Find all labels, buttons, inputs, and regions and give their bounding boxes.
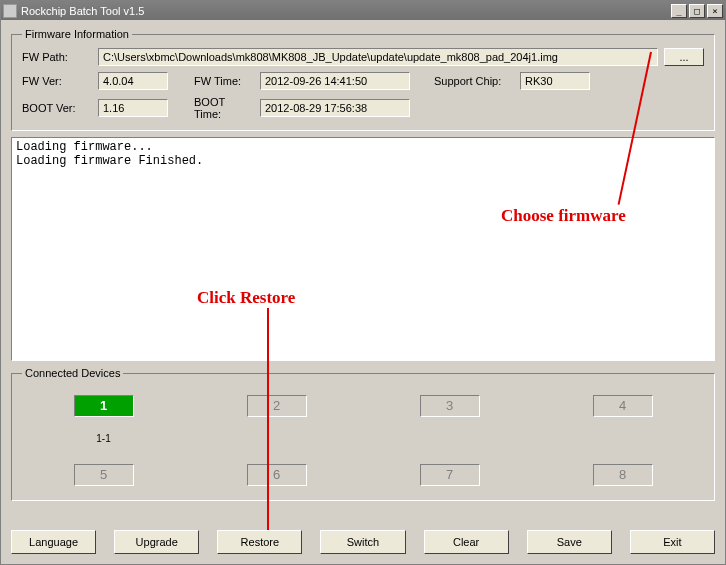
log-area: Loading firmware... Loading firmware Fin… xyxy=(11,137,715,361)
device-slot-1[interactable]: 1 xyxy=(74,395,134,417)
boot-ver-label: BOOT Ver: xyxy=(22,102,92,114)
device-slot-7[interactable]: 7 xyxy=(420,464,480,486)
connected-devices-group: Connected Devices 1 1-1 2 3 4 5 6 7 8 xyxy=(11,367,715,501)
fw-path-field[interactable]: C:\Users\xbmc\Downloads\mk808\MK808_JB_U… xyxy=(98,48,658,66)
close-button[interactable]: × xyxy=(707,4,723,18)
upgrade-button[interactable]: Upgrade xyxy=(114,530,199,554)
fw-time-label: FW Time: xyxy=(194,75,254,87)
fw-path-label: FW Path: xyxy=(22,51,92,63)
device-slot-1-label: 1-1 xyxy=(52,433,155,444)
firmware-info-group: Firmware Information FW Path: C:\Users\x… xyxy=(11,28,715,131)
fw-ver-label: FW Ver: xyxy=(22,75,92,87)
device-slot-4[interactable]: 4 xyxy=(593,395,653,417)
device-slot-5[interactable]: 5 xyxy=(74,464,134,486)
fw-time-field: 2012-09-26 14:41:50 xyxy=(260,72,410,90)
boot-ver-field: 1.16 xyxy=(98,99,168,117)
save-button[interactable]: Save xyxy=(527,530,612,554)
window-title: Rockchip Batch Tool v1.5 xyxy=(21,5,144,17)
switch-button[interactable]: Switch xyxy=(320,530,405,554)
titlebar[interactable]: Rockchip Batch Tool v1.5 _ □ × xyxy=(1,1,725,20)
bottom-toolbar: Language Upgrade Restore Switch Clear Sa… xyxy=(11,530,715,554)
language-button[interactable]: Language xyxy=(11,530,96,554)
firmware-info-legend: Firmware Information xyxy=(22,28,132,40)
support-chip-label: Support Chip: xyxy=(434,75,514,87)
boot-time-field: 2012-08-29 17:56:38 xyxy=(260,99,410,117)
maximize-button[interactable]: □ xyxy=(689,4,705,18)
device-slot-3[interactable]: 3 xyxy=(420,395,480,417)
app-window: Rockchip Batch Tool v1.5 _ □ × Firmware … xyxy=(0,0,726,565)
client-area: Firmware Information FW Path: C:\Users\x… xyxy=(1,20,725,564)
app-icon xyxy=(3,4,17,18)
device-slot-6[interactable]: 6 xyxy=(247,464,307,486)
boot-time-label: BOOT Time: xyxy=(194,96,254,120)
fw-ver-field: 4.0.04 xyxy=(98,72,168,90)
browse-button[interactable]: ... xyxy=(664,48,704,66)
clear-button[interactable]: Clear xyxy=(424,530,509,554)
support-chip-field: RK30 xyxy=(520,72,590,90)
device-slot-8[interactable]: 8 xyxy=(593,464,653,486)
device-slot-2[interactable]: 2 xyxy=(247,395,307,417)
connected-devices-legend: Connected Devices xyxy=(22,367,123,379)
exit-button[interactable]: Exit xyxy=(630,530,715,554)
restore-button[interactable]: Restore xyxy=(217,530,302,554)
minimize-button[interactable]: _ xyxy=(671,4,687,18)
